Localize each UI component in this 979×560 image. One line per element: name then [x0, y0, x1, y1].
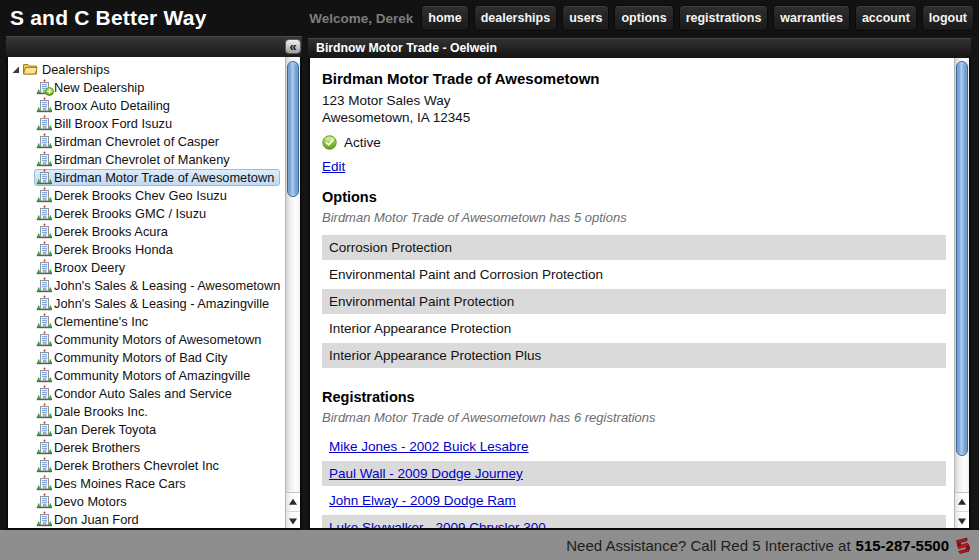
tree-root-dealerships[interactable]: Dealerships	[8, 60, 285, 78]
nav-button[interactable]: home	[421, 5, 468, 31]
option-label: Environmental Paint and Corrosion Protec…	[329, 267, 603, 282]
sidebar-header-bar: «	[6, 36, 302, 57]
building-icon	[36, 97, 52, 113]
building-icon	[36, 151, 52, 167]
main-scrollbar-thumb[interactable]	[956, 61, 968, 456]
nav-button[interactable]: users	[562, 5, 609, 31]
tree-item[interactable]: Clementine's Inc	[8, 312, 285, 330]
nav-button[interactable]: dealerships	[474, 5, 557, 31]
tree-item[interactable]: Des Moines Race Cars	[8, 474, 285, 492]
tree-children: New Dealership	[8, 78, 285, 528]
tree-item[interactable]: Derek Brooks Honda	[8, 240, 285, 258]
tree-item-label: Don Juan Ford	[54, 512, 139, 527]
sidebar-scrollbar[interactable]	[285, 57, 300, 528]
building-icon	[36, 349, 52, 365]
building-icon	[36, 313, 52, 329]
building-icon	[36, 403, 52, 419]
tree-item[interactable]: Community Motors of Amazingville	[8, 366, 285, 384]
nav-button[interactable]: registrations	[679, 5, 769, 31]
sidebar-body: Dealerships	[8, 57, 300, 528]
tree-item[interactable]: New Dealership	[8, 78, 285, 96]
building-icon	[36, 133, 52, 149]
sidebar-scrollbar-arrows	[286, 492, 300, 528]
tree-item[interactable]: Devo Motors	[8, 492, 285, 510]
footer-bar: Need Assistance? Call Red 5 Interactive …	[0, 530, 979, 560]
main-content: Birdman Motor Trade of Awesometown 123 M…	[310, 58, 954, 528]
tree-item[interactable]: Condor Auto Sales and Service	[8, 384, 285, 402]
tree-item[interactable]: Birdman Chevrolet of Casper	[8, 132, 285, 150]
registration-link[interactable]: Paul Wall - 2009 Dodge Journey	[329, 466, 523, 481]
tree-item[interactable]: Community Motors of Awesometown	[8, 330, 285, 348]
building-icon	[36, 259, 52, 275]
tree-item-label: Des Moines Race Cars	[54, 476, 186, 491]
sidebar-scrollbar-thumb[interactable]	[287, 61, 299, 197]
option-label: Interior Appearance Protection Plus	[329, 348, 541, 363]
main-scrollbar-arrows	[955, 492, 969, 528]
tree-item[interactable]: Birdman Chevrolet of Mankeny	[8, 150, 285, 168]
registration-row: Mike Jones - 2002 Buick Lesabre	[322, 434, 946, 459]
tree-item-label: Birdman Chevrolet of Mankeny	[54, 152, 230, 167]
nav-button[interactable]: options	[614, 5, 673, 31]
tree-item[interactable]: Derek Brooks Chev Geo Isuzu	[8, 186, 285, 204]
tree-item-label: Broox Auto Detailing	[54, 98, 170, 113]
tree-item[interactable]: Derek Brooks Acura	[8, 222, 285, 240]
edit-link[interactable]: Edit	[322, 159, 345, 174]
options-heading: Options	[322, 189, 954, 206]
registration-row: John Elway - 2009 Dodge Ram	[322, 488, 946, 513]
tree-item[interactable]: Bill Broox Ford Isuzu	[8, 114, 285, 132]
nav-button[interactable]: account	[855, 5, 917, 31]
tree-item-label: Community Motors of Bad City	[54, 350, 228, 365]
tree-item[interactable]: Broox Deery	[8, 258, 285, 276]
registration-link[interactable]: John Elway - 2009 Dodge Ram	[329, 493, 516, 508]
options-list: Corrosion Protection Environmental Paint…	[322, 235, 946, 368]
tree-item[interactable]: Derek Brooks GMC / Isuzu	[8, 204, 285, 222]
option-label: Interior Appearance Protection	[329, 321, 511, 336]
registration-link[interactable]: Luke Skywalker - 2009 Chrysler 300	[329, 520, 546, 528]
tree-item[interactable]: Derek Brothers	[8, 438, 285, 456]
building-icon	[36, 277, 52, 293]
tree-item-label: John's Sales & Leasing - Awesometown	[54, 278, 280, 293]
tree-item-label: Community Motors of Awesometown	[54, 332, 261, 347]
registrations-subtitle: Birdman Motor Trade of Awesometown has 6…	[322, 410, 954, 426]
scroll-down-arrow[interactable]	[286, 511, 300, 528]
registration-link[interactable]: Mike Jones - 2002 Buick Lesabre	[329, 439, 529, 454]
building-icon	[36, 241, 52, 257]
tree-item[interactable]: Broox Auto Detailing	[8, 96, 285, 114]
tree-item-label: Birdman Motor Trade of Awesometown	[54, 170, 274, 185]
scroll-up-arrow[interactable]	[955, 493, 969, 511]
building-icon	[36, 475, 52, 491]
edit-row: Edit	[322, 159, 954, 175]
dealership-name: Birdman Motor Trade of Awesometown	[322, 70, 954, 88]
main-body: Birdman Motor Trade of Awesometown 123 M…	[310, 58, 969, 528]
status-row: Active	[322, 134, 954, 150]
tree-item[interactable]: Don Juan Ford	[8, 510, 285, 528]
registration-row: Paul Wall - 2009 Dodge Journey	[322, 461, 946, 486]
expander-icon[interactable]	[10, 64, 20, 74]
registration-row: Luke Skywalker - 2009 Chrysler 300	[322, 515, 946, 528]
tree-item[interactable]: Derek Brothers Chevrolet Inc	[8, 456, 285, 474]
tree-item-label: Clementine's Inc	[54, 314, 148, 329]
app: S and C Better Way Welcome, Derek home d…	[0, 0, 979, 560]
scroll-up-arrow[interactable]	[286, 493, 300, 511]
scroll-down-arrow[interactable]	[955, 511, 969, 528]
tree-item-label: Dan Derek Toyota	[54, 422, 156, 437]
plus-badge-icon	[45, 87, 54, 96]
building-icon	[36, 493, 52, 509]
building-icon	[36, 331, 52, 347]
tree-item[interactable]: Birdman Motor Trade of Awesometown	[8, 168, 285, 186]
footer-text: Need Assistance? Call Red 5 Interactive …	[566, 537, 850, 554]
tree-item[interactable]: Dale Brooks Inc.	[8, 402, 285, 420]
tree-item[interactable]: Community Motors of Bad City	[8, 348, 285, 366]
nav-button[interactable]: logout	[922, 5, 974, 31]
main-scrollbar[interactable]	[954, 58, 969, 528]
registrations-heading: Registrations	[322, 389, 954, 406]
tree-item-label: Derek Brooks Chev Geo Isuzu	[54, 188, 227, 203]
nav-button[interactable]: warranties	[773, 5, 850, 31]
building-icon	[36, 115, 52, 131]
sidebar-collapse-button[interactable]: «	[285, 39, 301, 54]
option-row: Environmental Paint Protection	[322, 289, 946, 314]
tree-item[interactable]: John's Sales & Leasing - Awesometown	[8, 276, 285, 294]
tree-item-label: Condor Auto Sales and Service	[54, 386, 232, 401]
tree-item[interactable]: Dan Derek Toyota	[8, 420, 285, 438]
tree-item[interactable]: John's Sales & Leasing - Amazingville	[8, 294, 285, 312]
